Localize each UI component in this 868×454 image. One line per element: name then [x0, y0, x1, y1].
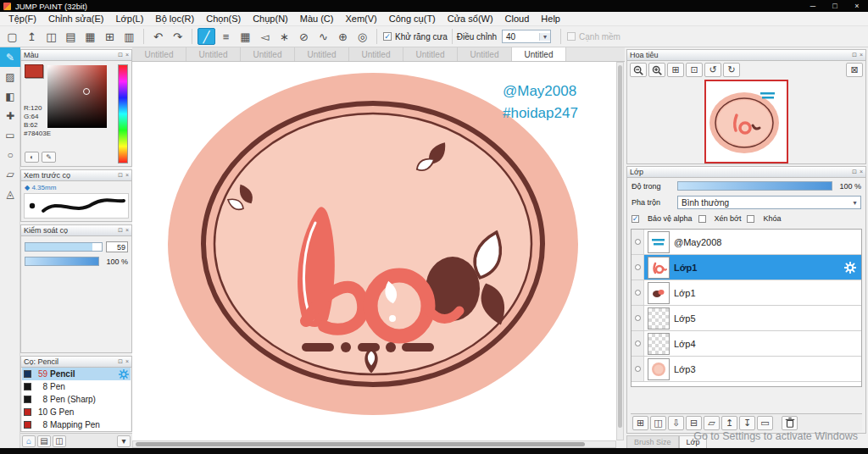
actual-size-icon[interactable]: ⊡	[686, 63, 703, 77]
menu-xem[interactable]: Xem(V)	[339, 14, 382, 24]
zoom-tool-icon[interactable]: ◬	[0, 184, 20, 203]
brush-item-pen-sharp[interactable]: 8 Pen (Sharp)	[22, 393, 131, 406]
panel-close-icon[interactable]: ×	[860, 169, 863, 175]
shape-tool-icon[interactable]: ○	[0, 145, 20, 164]
brush-item-mapping-pen[interactable]: 8 Mapping Pen	[22, 418, 131, 431]
color-picker-cursor[interactable]	[83, 88, 90, 95]
layer-visibility-toggle[interactable]	[632, 331, 644, 356]
layer-folder-icon[interactable]: ▱	[704, 416, 720, 430]
grid-view-icon[interactable]: ▦	[81, 28, 99, 45]
tab-brush-size[interactable]: Brush Size	[626, 435, 679, 448]
panel-close-icon[interactable]: ×	[125, 358, 129, 365]
layer-row-lop1-selected[interactable]: Lớp1	[632, 255, 861, 280]
merge-layer-icon[interactable]: ⊟	[686, 416, 702, 430]
menu-cloud[interactable]: Cloud	[499, 14, 536, 24]
delete-layer-icon[interactable]	[782, 416, 798, 430]
saturation-value-picker[interactable]	[47, 65, 107, 128]
export-icon[interactable]: ↥	[23, 28, 41, 45]
layer-visibility-toggle[interactable]	[632, 357, 644, 381]
layer-settings-gear-icon[interactable]	[844, 262, 856, 274]
reset-view-icon[interactable]: ⊠	[846, 63, 863, 77]
zoom-out-icon[interactable]	[630, 63, 647, 77]
hue-slider[interactable]	[118, 64, 128, 163]
duplicate-page-icon[interactable]: ◫	[53, 435, 66, 447]
panel-float-icon[interactable]: ⊡	[118, 227, 123, 234]
home-icon[interactable]: ⌂	[22, 435, 36, 447]
fit-view-icon[interactable]: ⊞	[667, 63, 684, 77]
panel-layout-icon[interactable]: ▤	[62, 28, 80, 45]
color-panel-header[interactable]: Màu ⊡ ×	[21, 50, 131, 61]
document-tab-6[interactable]: Untitled	[403, 47, 458, 61]
maximize-icon[interactable]: □	[824, 2, 846, 10]
menu-cong-cu[interactable]: Công cụ(T)	[383, 14, 442, 24]
lock-checkbox[interactable]	[747, 215, 754, 223]
panel-close-icon[interactable]: ×	[125, 227, 129, 234]
panel-float-icon[interactable]: ⊡	[118, 172, 123, 179]
move-tool-icon[interactable]: ✚	[0, 106, 20, 125]
new-file-icon[interactable]: ▢	[3, 28, 21, 45]
document-tab-1[interactable]: Untitled	[132, 47, 186, 61]
navigator-thumbnail[interactable]	[704, 80, 788, 163]
close-icon[interactable]: ×	[846, 2, 868, 10]
snap-curve-icon[interactable]: ∿	[314, 28, 332, 45]
layer-row-lop4[interactable]: Lớp4	[632, 331, 861, 357]
duplicate-layer-icon[interactable]: ◫	[650, 416, 666, 430]
protect-alpha-checkbox[interactable]: ✓	[632, 215, 639, 223]
document-tab-7[interactable]: Untitled	[458, 47, 512, 61]
brush-list-header[interactable]: Cọ: Pencil ⊡ ×	[21, 357, 131, 368]
transfer-layer-icon[interactable]: ⇩	[668, 416, 684, 430]
layer-visibility-toggle[interactable]	[632, 306, 644, 330]
menu-chon[interactable]: Chọn(S)	[200, 14, 247, 24]
redo-icon[interactable]: ↷	[169, 28, 186, 45]
brush-item-pen[interactable]: 8 Pen	[22, 380, 131, 393]
layer-row-lop5[interactable]: Lớp5	[632, 306, 861, 331]
canvas[interactable]: @May2008 #hoidap247	[132, 62, 616, 440]
snap-vanishing-icon[interactable]: ◅	[256, 28, 274, 45]
layer-row-may2008[interactable]: @May2008	[632, 230, 861, 255]
document-tab-8-active[interactable]: Untitled	[512, 47, 566, 61]
layer-visibility-toggle[interactable]	[632, 230, 644, 254]
layer-opacity-slider[interactable]	[677, 181, 832, 191]
more-dropdown-icon[interactable]: ▾	[117, 435, 131, 447]
flatten-layer-icon[interactable]: ▭	[757, 416, 773, 430]
menu-mau[interactable]: Màu (C)	[294, 14, 340, 24]
antialias-checkbox[interactable]: ✓	[383, 32, 392, 41]
snap-cross-icon[interactable]: ⊕	[334, 28, 352, 45]
foreground-color-swatch[interactable]	[25, 64, 43, 78]
rotate-ccw-icon[interactable]: ↺	[704, 63, 721, 77]
vertical-scrollbar[interactable]	[616, 62, 624, 440]
brush-item-pencil[interactable]: 59 Pencil	[22, 368, 131, 380]
eraser-tool-icon[interactable]: ▨	[0, 67, 20, 86]
layer-panel-header[interactable]: Lớp ⊡ ×	[627, 167, 865, 178]
document-tab-4[interactable]: Untitled	[295, 47, 349, 61]
rotate-cw-icon[interactable]: ↻	[723, 63, 740, 77]
snap-off-icon[interactable]: ⊘	[295, 28, 313, 45]
brush-size-value[interactable]: 59	[106, 241, 128, 252]
clipping-checkbox[interactable]	[698, 215, 706, 223]
undo-icon[interactable]: ↶	[149, 28, 167, 45]
edit-color-icon[interactable]: ✎	[42, 152, 56, 163]
brush-preview-header[interactable]: Xem trước cọ ⊡ ×	[21, 170, 131, 181]
menu-bo-loc[interactable]: Bộ lọc(R)	[149, 14, 200, 24]
snap-circle-icon[interactable]: ◎	[353, 28, 371, 45]
layer-visibility-toggle[interactable]	[632, 255, 644, 280]
soft-edge-checkbox[interactable]	[567, 32, 576, 41]
document-tab-5[interactable]: Untitled	[349, 47, 403, 61]
move-layer-up-icon[interactable]: ↥	[721, 416, 737, 430]
new-layer-icon[interactable]: ⊞	[632, 416, 648, 430]
menu-chup[interactable]: Chụp(N)	[247, 14, 294, 24]
adjust-combo[interactable]: 40 ▾	[502, 30, 551, 43]
layer-visibility-toggle[interactable]	[632, 280, 644, 305]
snap-active-icon[interactable]: ╱	[198, 28, 215, 45]
brush-opacity-slider[interactable]	[25, 257, 99, 266]
pages-icon[interactable]: ⊞	[101, 28, 119, 45]
brush-item-g-pen[interactable]: 10 G Pen	[22, 406, 131, 418]
panel-close-icon[interactable]: ×	[125, 172, 129, 179]
gradient-tool-icon[interactable]: ▱	[0, 164, 20, 184]
blend-mode-select[interactable]: Bình thường ▾	[677, 196, 861, 209]
comment-icon[interactable]: ◫	[42, 28, 60, 45]
snap-radial-icon[interactable]: ∗	[275, 28, 293, 45]
menu-lop[interactable]: Lớp(L)	[109, 14, 149, 24]
panel-close-icon[interactable]: ×	[125, 52, 129, 58]
brush-size-slider[interactable]	[25, 242, 103, 252]
